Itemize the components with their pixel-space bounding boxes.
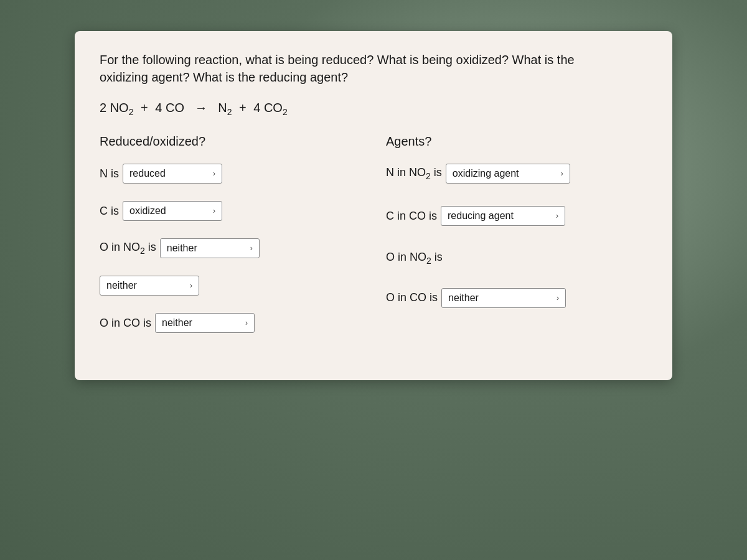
standalone-neither-row: neither › [100,276,361,296]
o-in-co-right-row: O in CO is neither › [386,288,647,308]
c-in-co-value: reducing agent [448,210,551,222]
o-in-co-value: neither [162,317,240,329]
o-in-no2-right-row: O in NO2 is [386,248,647,266]
o-in-co-dropdown[interactable]: neither › [155,313,255,333]
standalone-neither-dropdown[interactable]: neither › [100,276,199,296]
o-in-co-right-label: O in CO is [386,291,438,304]
o-in-co-right-value: neither [448,292,552,304]
n-is-value: reduced [129,168,208,179]
o-in-co-right-chevron-icon: › [557,294,559,302]
o-in-co-row: O in CO is neither › [100,313,361,333]
o-in-no2-label: O in NO2 is [100,241,156,256]
standalone-neither-value: neither [106,280,185,291]
standalone-chevron-icon: › [190,281,192,290]
n-is-row: N is reduced › [100,164,361,184]
left-column-header: Reduced/oxidized? [100,134,361,149]
n-in-no2-label: N in NO2 is [386,166,442,181]
n-is-dropdown[interactable]: reduced › [123,164,222,184]
o-in-no2-row: O in NO2 is neither › [100,238,361,258]
n-in-no2-chevron-icon: › [561,169,563,178]
o-in-no2-chevron-icon: › [250,244,253,253]
o-in-no2-value: neither [167,243,245,254]
right-column-header: Agents? [386,134,647,149]
reduced-oxidized-column: Reduced/oxidized? N is reduced › C is ox… [100,134,361,350]
c-is-label: C is [100,205,119,218]
agents-column: Agents? N in NO2 is oxidizing agent › C … [386,134,647,350]
n-in-no2-value: oxidizing agent [453,168,556,179]
n-in-no2-row: N in NO2 is oxidizing agent › [386,164,647,184]
n-is-label: N is [100,167,119,180]
c-in-co-row: C in CO is reducing agent › [386,206,647,226]
o-in-co-label: O in CO is [100,317,151,330]
c-in-co-dropdown[interactable]: reducing agent › [441,206,565,226]
o-in-co-chevron-icon: › [245,319,248,327]
answer-columns: Reduced/oxidized? N is reduced › C is ox… [100,134,647,350]
c-in-co-chevron-icon: › [556,212,558,220]
c-is-chevron-icon: › [213,207,215,215]
o-in-no2-dropdown[interactable]: neither › [160,238,260,258]
question-text: For the following reaction, what is bein… [100,51,647,86]
c-in-co-label: C in CO is [386,210,437,223]
n-is-chevron-icon: › [213,169,215,178]
chemical-equation: 2 NO2 + 4 CO → N2 + 4 CO2 [100,101,647,117]
c-is-row: C is oxidized › [100,201,361,221]
question-card: For the following reaction, what is bein… [75,31,672,380]
c-is-value: oxidized [129,205,208,217]
n-in-no2-dropdown[interactable]: oxidizing agent › [446,164,570,184]
o-in-no2-right-label: O in NO2 is [386,248,443,266]
o-in-co-right-dropdown[interactable]: neither › [441,288,566,308]
c-is-dropdown[interactable]: oxidized › [123,201,222,221]
